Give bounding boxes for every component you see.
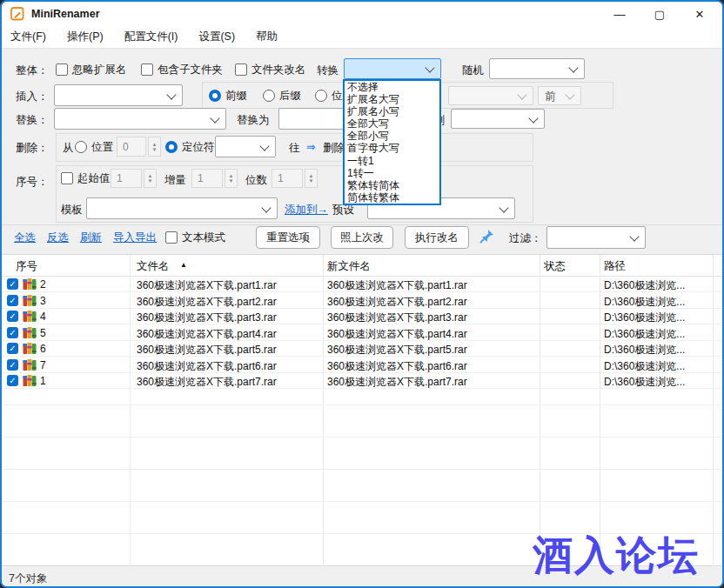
suffix-radio[interactable]: 后缀 bbox=[263, 88, 301, 104]
table-row[interactable]: ✓ 7 360极速浏览器X下载.part6.rar 360极速浏 bbox=[2, 357, 724, 374]
start-value-checkbox[interactable]: 起始值 bbox=[61, 170, 111, 186]
column-header-num[interactable]: 序号 bbox=[16, 259, 37, 274]
dropdown-option[interactable]: 1转一 bbox=[345, 167, 439, 179]
radio-selected-icon[interactable] bbox=[209, 90, 221, 102]
column-divider[interactable] bbox=[323, 255, 324, 566]
dropdown-option[interactable]: 简体转繁体 bbox=[345, 191, 439, 204]
dropdown-option[interactable]: 不选择 bbox=[345, 81, 439, 93]
random-combobox[interactable] bbox=[489, 58, 585, 79]
execute-rename-button[interactable]: 执行改名 bbox=[405, 226, 469, 249]
action-links: 全选反选刷新导入导出 bbox=[14, 231, 157, 245]
menu-item[interactable]: 操作(P) bbox=[67, 30, 104, 44]
table-row[interactable]: ✓ 5 360极速浏览器X下载.part4.rar 360极速浏 bbox=[2, 325, 724, 342]
direction-arrow-icon[interactable]: ⇒ bbox=[306, 140, 315, 153]
row-checkbox-checked[interactable]: ✓ bbox=[7, 375, 18, 386]
row-checkbox-checked[interactable]: ✓ bbox=[7, 278, 18, 290]
column-divider[interactable] bbox=[540, 255, 540, 566]
column-divider[interactable] bbox=[130, 255, 131, 566]
action-link[interactable]: 刷新 bbox=[80, 231, 102, 245]
column-header-new-filename[interactable]: 新文件名 bbox=[327, 259, 371, 274]
delete-position-radio[interactable]: 位置 bbox=[75, 139, 113, 155]
table-row[interactable]: ✓ 3 360极速浏览器X下载.part2.rar 360极速浏 bbox=[2, 293, 724, 310]
table-row[interactable]: ✓ 2 360极速浏览器X下载.part1.rar 360极速浏 bbox=[2, 277, 724, 293]
pin-icon[interactable] bbox=[479, 228, 496, 249]
filter-combobox[interactable] bbox=[546, 226, 646, 249]
locator-combobox[interactable] bbox=[215, 136, 276, 157]
column-divider[interactable] bbox=[600, 255, 600, 566]
digits-field[interactable]: 1 bbox=[272, 169, 303, 188]
checkbox-icon[interactable] bbox=[141, 63, 153, 76]
start-value-field[interactable]: 1 bbox=[111, 169, 142, 188]
menu-item[interactable]: 设置(S) bbox=[198, 30, 235, 44]
radio-icon[interactable] bbox=[315, 90, 327, 102]
start-value-spinner[interactable]: ▲▼ bbox=[144, 169, 157, 188]
delete-position-spinner[interactable]: ▲▼ bbox=[148, 137, 161, 157]
row-path: D:\360极速浏览... bbox=[604, 343, 711, 357]
minimize-button[interactable]: — bbox=[600, 3, 639, 25]
increment-field[interactable]: 1 bbox=[191, 169, 223, 188]
column-divider[interactable] bbox=[713, 255, 714, 566]
menu-item[interactable]: 帮助 bbox=[256, 30, 278, 44]
dropdown-option[interactable]: 一转1 bbox=[345, 155, 439, 167]
maximize-button[interactable]: ▢ bbox=[640, 3, 679, 25]
action-link[interactable]: 反选 bbox=[47, 231, 69, 245]
dropdown-option[interactable]: 全部小写 bbox=[345, 130, 439, 142]
increment-label: 增量 bbox=[164, 173, 186, 188]
radio-icon[interactable] bbox=[75, 141, 87, 153]
replace-search-combobox[interactable] bbox=[54, 108, 226, 130]
dropdown-option[interactable]: 首字母大写 bbox=[345, 142, 439, 154]
row-new-filename: 360极速浏览器X下载.part5.rar bbox=[327, 343, 536, 357]
dropdown-option[interactable]: 繁体转简体 bbox=[345, 179, 439, 191]
row-filename: 360极速浏览器X下载.part6.rar bbox=[137, 359, 319, 374]
add-to-link[interactable]: 添加到→ bbox=[285, 203, 328, 217]
column-header-filename[interactable]: 文件名 bbox=[137, 259, 170, 274]
dropdown-option[interactable]: 扩展名大写 bbox=[345, 93, 439, 105]
table-row[interactable]: ✓ 6 360极速浏览器X下载.part5.rar 360极速浏 bbox=[2, 341, 724, 357]
app-window: MiniRenamer — ▢ ✕ 文件(F)操作(P)配置文件(I)设置(S)… bbox=[0, 0, 724, 588]
menu-item[interactable]: 文件(F) bbox=[10, 30, 46, 44]
checkbox-icon[interactable] bbox=[61, 172, 73, 184]
convert-combobox[interactable] bbox=[344, 58, 441, 79]
action-link[interactable]: 全选 bbox=[14, 231, 36, 245]
action-link[interactable]: 导入导出 bbox=[113, 231, 157, 245]
insert-position-combobox[interactable] bbox=[448, 86, 533, 105]
increment-spinner[interactable]: ▲▼ bbox=[225, 169, 238, 188]
radio-selected-icon[interactable] bbox=[165, 141, 178, 153]
replace-mode-combobox[interactable] bbox=[451, 109, 545, 129]
text-mode-checkbox[interactable]: 文本模式 bbox=[165, 229, 225, 246]
row-checkbox-checked[interactable]: ✓ bbox=[7, 311, 18, 322]
row-checkbox-checked[interactable]: ✓ bbox=[7, 343, 18, 354]
prefix-radio[interactable]: 前缀 bbox=[209, 88, 247, 104]
checkbox-icon[interactable] bbox=[165, 231, 178, 244]
template-combobox[interactable] bbox=[86, 197, 278, 219]
row-checkbox-checked[interactable]: ✓ bbox=[7, 327, 18, 338]
locator-radio[interactable]: 定位符 bbox=[165, 139, 215, 155]
replace-row-label: 替换： bbox=[16, 113, 49, 128]
dropdown-option[interactable]: 扩展名小写 bbox=[345, 105, 439, 117]
menu-item[interactable]: 配置文件(I) bbox=[124, 30, 178, 44]
checkbox-icon[interactable] bbox=[235, 63, 247, 76]
row-checkbox-checked[interactable]: ✓ bbox=[7, 359, 18, 371]
checkbox-icon[interactable] bbox=[56, 63, 68, 76]
close-button[interactable]: ✕ bbox=[680, 3, 719, 25]
sort-ascending-icon[interactable]: ▲ bbox=[180, 261, 187, 269]
include-subfolders-checkbox[interactable]: 包含子文件夹 bbox=[141, 61, 223, 78]
table-row[interactable]: ✓ 1 360极速浏览器X下载.part7.rar 360极速浏 bbox=[2, 373, 724, 390]
column-header-path[interactable]: 路径 bbox=[604, 259, 626, 274]
repeat-last-button[interactable]: 照上次改 bbox=[331, 226, 393, 249]
insert-text-combobox[interactable] bbox=[54, 84, 183, 106]
digits-spinner[interactable]: ▲▼ bbox=[305, 169, 318, 188]
row-checkbox-checked[interactable]: ✓ bbox=[7, 295, 18, 306]
dropdown-option[interactable]: 全部大写 bbox=[345, 117, 439, 130]
table-row[interactable]: ✓ 4 360极速浏览器X下载.part3.rar 360极速浏 bbox=[2, 309, 724, 325]
column-header-status[interactable]: 状态 bbox=[544, 259, 566, 274]
chevron-down-icon bbox=[568, 63, 578, 72]
radio-icon[interactable] bbox=[263, 90, 275, 102]
row-number: 2 bbox=[40, 278, 118, 291]
ignore-extension-checkbox[interactable]: 忽略扩展名 bbox=[56, 61, 127, 78]
row-new-filename: 360极速浏览器X下载.part1.rar bbox=[327, 278, 536, 293]
reset-options-button[interactable]: 重置选项 bbox=[256, 226, 320, 249]
rename-folders-checkbox[interactable]: 文件夹改名 bbox=[235, 61, 306, 78]
delete-position-value[interactable]: 0 bbox=[117, 137, 146, 157]
insert-front-combobox[interactable]: 前 bbox=[538, 86, 581, 105]
